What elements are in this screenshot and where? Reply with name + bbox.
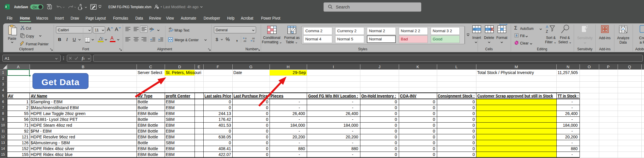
svg-text:c: c: [169, 30, 170, 32]
svg-text:Z: Z: [546, 30, 548, 34]
svg-text:X: X: [5, 5, 7, 8]
svg-text:A: A: [546, 25, 548, 29]
svg-text:.00: .00: [243, 40, 246, 42]
svg-text:0: 0: [245, 37, 246, 40]
